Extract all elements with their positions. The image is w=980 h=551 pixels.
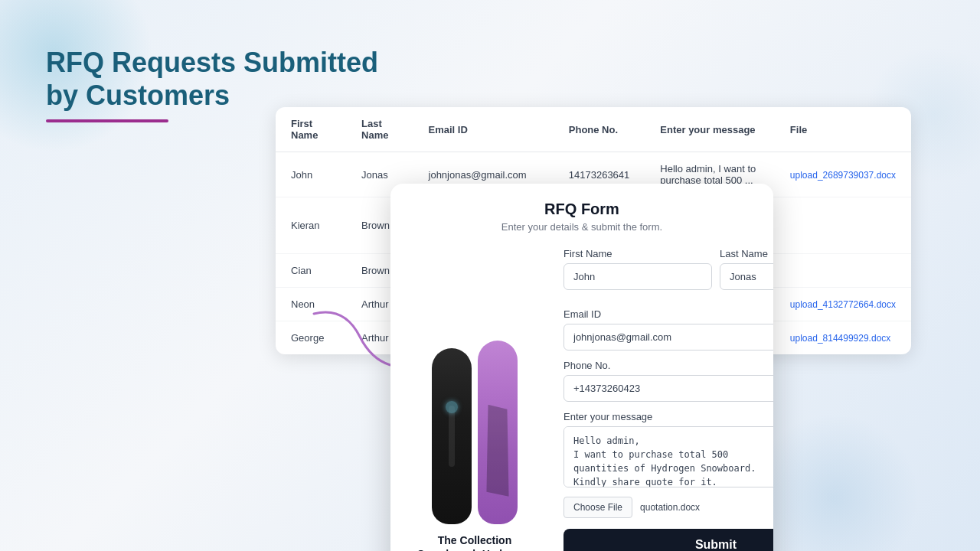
col-file: File (775, 107, 911, 152)
email-input[interactable] (564, 324, 773, 350)
file-link[interactable]: upload_2689739037.docx (790, 170, 896, 181)
snowboard-black (432, 348, 472, 524)
modal-body: The CollectionSnowboard: Hydrogen First … (390, 239, 773, 551)
message-group: Enter your message (564, 411, 773, 487)
snowboard-pink (478, 341, 518, 524)
col-phone: Phone No. (554, 107, 645, 152)
choose-file-button[interactable]: Choose File (564, 497, 632, 518)
file-link[interactable]: upload_4132772664.docx (790, 299, 896, 310)
snowboard-image (432, 333, 518, 524)
last-name-input[interactable] (720, 263, 773, 290)
table-header-row: First Name Last Name Email ID Phone No. … (276, 107, 911, 152)
col-first-name: First Name (276, 107, 346, 152)
bg-decoration-br (750, 413, 919, 551)
modal-title: RFQ Form (406, 201, 758, 218)
phone-label: Phone No. (564, 360, 773, 371)
file-upload-row: Choose File quotation.docx (564, 497, 773, 518)
modal-header: RFQ Form Enter your details & submit the… (390, 184, 773, 239)
page-title: RFQ Requests Submitted by Customers (46, 46, 378, 112)
col-last-name: Last Name (346, 107, 413, 152)
email-label: Email ID (564, 308, 773, 320)
last-name-group: Last Name (720, 248, 773, 290)
phone-input[interactable] (564, 375, 773, 402)
first-name-label: First Name (564, 248, 712, 259)
file-link[interactable]: upload_814499929.docx (790, 333, 890, 344)
message-label: Enter your message (564, 411, 773, 422)
rfq-modal: RFQ Form Enter your details & submit the… (390, 184, 773, 551)
product-name: The CollectionSnowboard: Hydrogen (417, 533, 532, 551)
first-name-input[interactable] (564, 263, 712, 290)
message-textarea[interactable] (564, 426, 773, 487)
email-group: Email ID (564, 308, 773, 350)
title-underline (46, 119, 168, 122)
name-row: First Name Last Name (564, 248, 773, 299)
submit-button[interactable]: Submit (564, 529, 773, 551)
product-section: The CollectionSnowboard: Hydrogen (398, 239, 551, 551)
first-name-group: First Name (564, 248, 712, 290)
file-name-display: quotation.docx (640, 502, 700, 513)
form-section: First Name Last Name Email ID Phone No. … (551, 239, 773, 551)
col-message: Enter your message (645, 107, 775, 152)
col-email: Email ID (413, 107, 554, 152)
phone-group: Phone No. (564, 360, 773, 402)
modal-subtitle: Enter your details & submit the form. (406, 221, 758, 233)
last-name-label: Last Name (720, 248, 773, 259)
